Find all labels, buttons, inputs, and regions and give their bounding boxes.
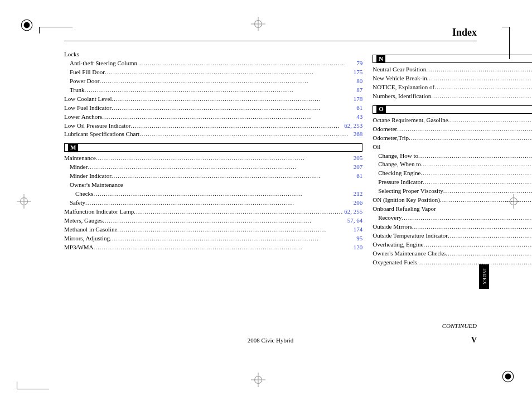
- index-entry: Owner's Maintenance: [64, 181, 123, 190]
- crosshair-icon: [17, 194, 31, 211]
- index-entry: Lubricant Specifications Chart: [64, 130, 139, 139]
- page-ref[interactable]: 206: [352, 199, 363, 207]
- index-entry: NOTICE, Explanation of: [373, 83, 434, 92]
- index-entry: Power Door: [64, 77, 99, 86]
- index-entry: Selecting Proper Viscosity: [373, 187, 443, 196]
- svg-point-1: [24, 22, 30, 28]
- index-entry: Neutral Gear Position: [373, 65, 426, 74]
- index-entry: Methanol in Gasoline: [64, 225, 117, 234]
- index-entry: Safety: [64, 199, 85, 207]
- index-entry: Minder Indicator: [64, 172, 112, 181]
- section-header-n: N: [373, 55, 532, 63]
- index-entry: New Vehicle Break-in: [373, 74, 427, 83]
- index-entry: Checking Engine: [373, 169, 420, 178]
- index-entry: Low Oil Pressure Indicator: [64, 122, 130, 131]
- page-ref[interactable]: 62, 253: [343, 122, 362, 131]
- index-entry: Octane Requirement, Gasoline: [373, 116, 448, 125]
- index-entry: Change, How to: [373, 152, 418, 161]
- index-entry: Change, When to: [373, 160, 420, 169]
- page-ref[interactable]: 178: [352, 95, 363, 104]
- page-ref[interactable]: 207: [352, 163, 363, 172]
- index-entry: Checks: [64, 190, 93, 199]
- index-entry: Onboard Refueling Vapor: [373, 205, 436, 214]
- index-entry: Numbers, Identification: [373, 92, 431, 101]
- page-ref[interactable]: 62, 255: [343, 207, 362, 216]
- continued-label: CONTINUED: [442, 322, 477, 329]
- page-ref[interactable]: 61: [355, 104, 362, 113]
- index-entry: Minder: [64, 163, 88, 172]
- footer-model: 2008 Civic Hybrid: [64, 337, 477, 344]
- index-entry: Owner's Maintenance Checks: [373, 249, 446, 258]
- page-number: V: [471, 336, 477, 345]
- page-ref[interactable]: 212: [352, 190, 363, 199]
- index-entry: Mirrors, Adjusting: [64, 234, 110, 243]
- page-ref[interactable]: 174: [352, 225, 363, 234]
- index-column-2: N Neutral Gear Position194 New Vehicle B…: [373, 50, 532, 267]
- index-entry: Recovery: [373, 214, 402, 223]
- page-ref[interactable]: 268: [352, 130, 363, 139]
- page-ref[interactable]: 95: [355, 234, 362, 243]
- index-entry: Oil: [373, 143, 380, 152]
- index-entry: Anti-theft Steering Column: [64, 59, 137, 68]
- index-entry: Locks: [64, 50, 79, 59]
- page-ref[interactable]: 61: [355, 172, 362, 181]
- index-column-1: Locks Anti-theft Steering Column79 Fuel …: [64, 50, 362, 267]
- crop-mark: [17, 381, 49, 389]
- crosshair-icon: [251, 373, 265, 390]
- page-ref[interactable]: 120: [352, 243, 363, 252]
- index-entry: Low Coolant Level: [64, 95, 112, 104]
- page-ref[interactable]: 79: [355, 59, 362, 68]
- page-content: Index Locks Anti-theft Steering Column79…: [64, 27, 477, 367]
- index-entry: Pressure Indicator: [373, 178, 423, 187]
- index-entry: ON (Ignition Key Position): [373, 196, 440, 205]
- section-header-o: O: [373, 105, 532, 114]
- index-entry: Outside Mirrors: [373, 223, 412, 231]
- page-ref[interactable]: 175: [352, 68, 363, 77]
- index-entry: Trunk: [64, 86, 85, 95]
- page-ref[interactable]: 57, 64: [346, 216, 363, 225]
- index-entry: Lower Anchors: [64, 113, 102, 122]
- page-ref[interactable]: 205: [352, 154, 363, 163]
- index-entry: Maintenance: [64, 154, 96, 163]
- registration-mark-icon: [20, 18, 34, 35]
- index-entry: Overheating, Engine: [373, 240, 423, 249]
- index-entry: Low Fuel Indicator: [64, 104, 112, 113]
- index-entry: Meters, Gauges: [64, 216, 103, 225]
- horizontal-rule: [64, 41, 477, 41]
- index-entry: Fuel Fill Door: [64, 68, 105, 77]
- page-ref[interactable]: 43: [355, 113, 362, 122]
- index-entry: MP3/WMA: [64, 243, 94, 252]
- page-ref[interactable]: 80: [355, 77, 362, 86]
- index-entry: Oxygenated Fuels: [373, 258, 417, 267]
- page-ref[interactable]: 87: [355, 86, 362, 95]
- index-entry: Malfunction Indicator Lamp: [64, 207, 134, 216]
- index-entry: Outside Temperature Indicator: [373, 231, 448, 240]
- side-tab-index: INDEX: [479, 264, 489, 289]
- registration-mark-icon: [501, 369, 515, 387]
- svg-point-3: [505, 374, 511, 380]
- index-entry: Odometer: [373, 125, 397, 134]
- section-header-m: M: [64, 143, 362, 152]
- page-title: Index: [64, 27, 477, 38]
- index-entry: Odometer,Trip: [373, 134, 409, 143]
